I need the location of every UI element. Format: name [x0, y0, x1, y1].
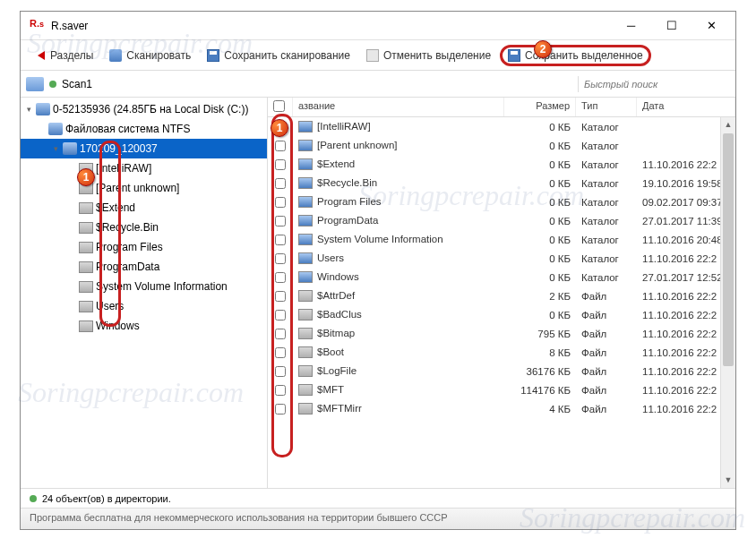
file-name: Program Files: [317, 196, 382, 207]
date-column[interactable]: Дата: [637, 98, 735, 116]
type-column[interactable]: Тип: [576, 98, 637, 116]
file-name: Windows: [317, 271, 359, 282]
tree-item[interactable]: $Extend: [21, 198, 267, 218]
status-dot-icon: [30, 495, 37, 502]
file-row[interactable]: $Boot8 КБФайл11.10.2016 22:2: [268, 343, 735, 362]
tree-item-label: Program Files: [96, 241, 163, 253]
file-icon: [298, 365, 313, 377]
tree-item[interactable]: ProgramData: [21, 257, 267, 277]
window-title: R.saver: [51, 20, 611, 32]
row-checkbox[interactable]: [275, 159, 286, 170]
row-checkbox[interactable]: [275, 253, 286, 264]
file-row[interactable]: Windows0 КБКаталог27.01.2017 12:52: [268, 268, 735, 286]
scroll-thumb[interactable]: [723, 133, 734, 366]
minimize-button[interactable]: ─: [611, 13, 651, 39]
file-row[interactable]: Program Files0 КБКаталог09.02.2017 09:37: [268, 192, 735, 211]
deselect-button[interactable]: Отменить выделение: [359, 46, 498, 65]
status-dot-icon: [49, 81, 56, 88]
annotation-callout-1: 1: [77, 168, 95, 186]
file-row[interactable]: $Extend0 КБКаталог11.10.2016 22:2: [268, 155, 735, 174]
scroll-down-icon[interactable]: ▼: [721, 473, 735, 488]
row-checkbox[interactable]: [275, 235, 286, 245]
file-size: 2 КБ: [504, 291, 576, 302]
select-all-checkbox[interactable]: [273, 100, 285, 112]
checkbox-column[interactable]: [268, 98, 293, 116]
file-type: Каталог: [576, 235, 637, 245]
titlebar: R.s R.saver ─ ☐ ✕: [21, 12, 735, 40]
back-button[interactable]: Разделы: [26, 46, 100, 65]
file-icon: [298, 403, 313, 415]
app-logo: R.s: [30, 18, 46, 34]
collapse-icon[interactable]: ▾: [51, 144, 60, 153]
search-input[interactable]: [578, 76, 730, 92]
scroll-up-icon[interactable]: ▲: [721, 117, 735, 132]
row-checkbox[interactable]: [275, 404, 286, 415]
file-row[interactable]: $MFT114176 КБФайл11.10.2016 22:2: [268, 380, 735, 399]
save-selected-button[interactable]: Сохранить выделенное: [500, 45, 651, 66]
file-name: $Recycle.Bin: [317, 177, 377, 188]
folder-icon: [298, 252, 313, 264]
tree-item[interactable]: System Volume Information: [21, 277, 267, 296]
scan-button[interactable]: Сканировать: [102, 46, 198, 65]
file-row[interactable]: $Bitmap795 КБФайл11.10.2016 22:2: [268, 324, 735, 343]
folder-icon: [26, 77, 44, 91]
tree-item[interactable]: [Parent unknown]: [21, 178, 267, 198]
maximize-button[interactable]: ☐: [651, 13, 692, 39]
row-checkbox[interactable]: [275, 197, 286, 208]
folder-icon: [79, 321, 93, 332]
file-row[interactable]: Users0 КБКаталог11.10.2016 22:2: [268, 249, 735, 268]
tree-item[interactable]: Users: [21, 296, 267, 316]
save-scan-button[interactable]: Сохранить сканирование: [200, 46, 357, 65]
file-row[interactable]: $MFTMirr4 КБФайл11.10.2016 22:2: [268, 399, 735, 418]
row-checkbox[interactable]: [275, 366, 286, 377]
file-icon: [298, 384, 313, 396]
tree-root[interactable]: ▾0-52135936 (24.85ГБ на Local Disk (C:)): [21, 99, 267, 119]
scrollbar[interactable]: ▲ ▼: [720, 117, 735, 488]
file-size: 0 КБ: [504, 141, 576, 151]
file-row[interactable]: $BadClus0 КБФайл11.10.2016 22:2: [268, 305, 735, 324]
row-checkbox[interactable]: [275, 291, 286, 302]
file-row[interactable]: [IntelliRAW]0 КБКаталог: [268, 117, 735, 136]
tree-scan-selected[interactable]: ▾170209_120037: [21, 139, 267, 158]
folder-icon: [298, 196, 313, 208]
tree-item-label: [Parent unknown]: [96, 182, 179, 194]
file-row[interactable]: $AttrDef2 КБФайл11.10.2016 22:2: [268, 286, 735, 305]
row-checkbox[interactable]: [275, 329, 286, 339]
tree-item-label: System Volume Information: [96, 280, 228, 293]
file-row[interactable]: $LogFile36176 КБФайл11.10.2016 22:2: [268, 362, 735, 380]
row-checkbox[interactable]: [275, 385, 286, 396]
file-icon: [298, 328, 313, 339]
size-column[interactable]: Размер: [504, 98, 576, 116]
tree-fs[interactable]: Файловая система NTFS: [21, 119, 267, 139]
folder-icon: [79, 202, 93, 214]
tree-item[interactable]: [IntelliRAW]: [21, 158, 267, 178]
folder-icon: [63, 142, 77, 155]
folder-icon: [298, 271, 313, 283]
file-size: 0 КБ: [504, 310, 576, 321]
annotation-callout-1: 1: [271, 119, 288, 137]
row-checkbox[interactable]: [275, 216, 286, 226]
close-button[interactable]: ✕: [692, 13, 732, 39]
tree-item[interactable]: $Recycle.Bin: [21, 218, 267, 237]
file-type: Файл: [576, 404, 637, 415]
tree-item[interactable]: Program Files: [21, 237, 267, 257]
row-checkbox[interactable]: [275, 272, 286, 283]
row-checkbox[interactable]: [275, 141, 286, 151]
folder-icon: [79, 281, 93, 293]
name-column[interactable]: азвание: [293, 98, 504, 116]
file-row[interactable]: System Volume Information0 КБКаталог11.1…: [268, 230, 735, 249]
file-type: Файл: [576, 366, 637, 377]
file-row[interactable]: [Parent unknown]0 КБКаталог: [268, 136, 735, 155]
arrow-left-icon: [33, 49, 46, 62]
folder-icon: [298, 140, 313, 151]
collapse-icon[interactable]: ▾: [24, 105, 33, 114]
file-row[interactable]: ProgramData0 КБКаталог27.01.2017 11:39: [268, 211, 735, 230]
row-checkbox[interactable]: [275, 347, 286, 358]
file-row[interactable]: $Recycle.Bin0 КБКаталог19.10.2016 19:58: [268, 174, 735, 192]
row-checkbox[interactable]: [275, 310, 286, 321]
save-icon: [207, 49, 219, 62]
row-checkbox[interactable]: [275, 178, 286, 189]
file-type: Каталог: [576, 272, 637, 283]
tree-item[interactable]: Windows: [21, 316, 267, 336]
file-type: Каталог: [576, 253, 637, 264]
